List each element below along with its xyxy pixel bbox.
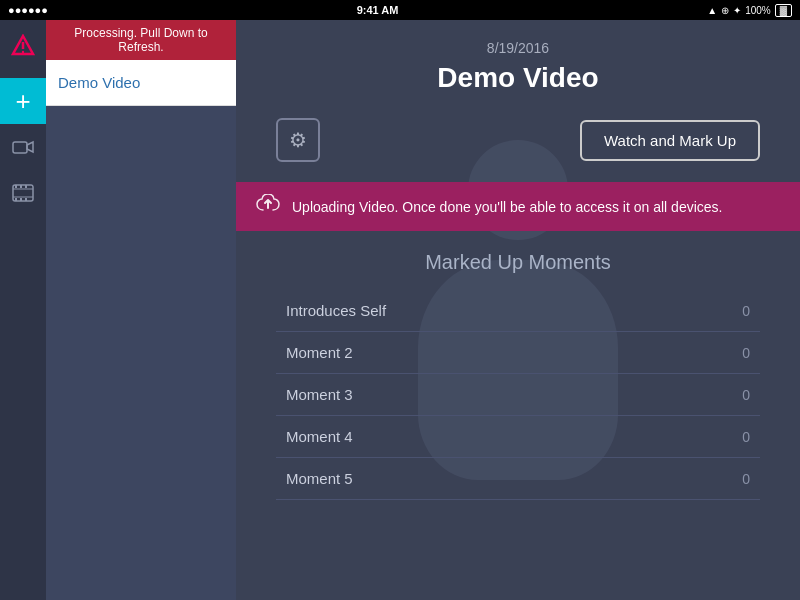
svg-rect-9 [20, 185, 22, 188]
sidebar-item-add[interactable]: + [0, 78, 46, 124]
moments-title: Marked Up Moments [276, 251, 760, 274]
sidebar: Processing. Pull Down to Refresh. Demo V… [46, 20, 236, 600]
svg-point-2 [22, 51, 24, 53]
moments-section: Marked Up Moments Introduces Self 0 Mome… [276, 231, 760, 520]
watch-mark-up-button[interactable]: Watch and Mark Up [580, 120, 760, 161]
svg-marker-4 [27, 142, 33, 152]
status-time: 9:41 AM [357, 4, 399, 16]
sidebar-item-film[interactable] [0, 170, 46, 216]
video-date: 8/19/2016 [276, 40, 760, 56]
moment-count: 0 [742, 387, 750, 403]
main-content: 8/19/2016 Demo Video ⚙ Watch and Mark Up… [236, 20, 800, 600]
battery-icon: ▓ [775, 4, 792, 17]
svg-rect-7 [13, 196, 33, 198]
moment-label: Introduces Self [286, 302, 386, 319]
svg-rect-3 [13, 142, 27, 153]
table-row[interactable]: Introduces Self 0 [276, 290, 760, 332]
upload-cloud-icon [256, 194, 280, 219]
action-row: ⚙ Watch and Mark Up [276, 118, 760, 162]
status-right: ▲ ⊕ ✦ 100% ▓ [707, 4, 792, 17]
sidebar-video-item[interactable]: Demo Video [46, 60, 236, 106]
svg-rect-10 [25, 185, 27, 188]
upload-message: Uploading Video. Once done you'll be abl… [292, 199, 722, 215]
svg-rect-8 [15, 185, 17, 188]
wifi-icon: ⊕ [721, 5, 729, 16]
moment-count: 0 [742, 471, 750, 487]
signal-dots: ●●●●●● [8, 4, 48, 16]
moment-count: 0 [742, 303, 750, 319]
status-left: ●●●●●● [8, 4, 48, 16]
content-area: 8/19/2016 Demo Video ⚙ Watch and Mark Up… [236, 20, 800, 600]
moment-count: 0 [742, 345, 750, 361]
moment-label: Moment 3 [286, 386, 353, 403]
bluetooth-icon: ✦ [733, 5, 741, 16]
settings-button[interactable]: ⚙ [276, 118, 320, 162]
moment-label: Moment 4 [286, 428, 353, 445]
moment-count: 0 [742, 429, 750, 445]
moment-label: Moment 2 [286, 344, 353, 361]
upload-banner: Uploading Video. Once done you'll be abl… [236, 182, 800, 231]
video-title: Demo Video [276, 62, 760, 94]
moment-label: Moment 5 [286, 470, 353, 487]
table-row[interactable]: Moment 5 0 [276, 458, 760, 500]
table-row[interactable]: Moment 4 0 [276, 416, 760, 458]
network-icon: ▲ [707, 5, 717, 16]
app-container: + Processing. Pull Down to Refresh. [0, 20, 800, 600]
svg-rect-13 [25, 198, 27, 201]
svg-rect-6 [13, 188, 33, 190]
icon-rail: + [0, 20, 46, 600]
battery-label: 100% [745, 5, 771, 16]
sidebar-item-camera[interactable] [0, 124, 46, 170]
gear-icon: ⚙ [289, 128, 307, 152]
status-bar: ●●●●●● 9:41 AM ▲ ⊕ ✦ 100% ▓ [0, 0, 800, 20]
table-row[interactable]: Moment 2 0 [276, 332, 760, 374]
moments-list: Introduces Self 0 Moment 2 0 Moment 3 0 … [276, 290, 760, 500]
sidebar-processing-label: Processing. Pull Down to Refresh. [46, 20, 236, 60]
app-logo [7, 30, 39, 62]
svg-rect-11 [15, 198, 17, 201]
table-row[interactable]: Moment 3 0 [276, 374, 760, 416]
svg-rect-12 [20, 198, 22, 201]
